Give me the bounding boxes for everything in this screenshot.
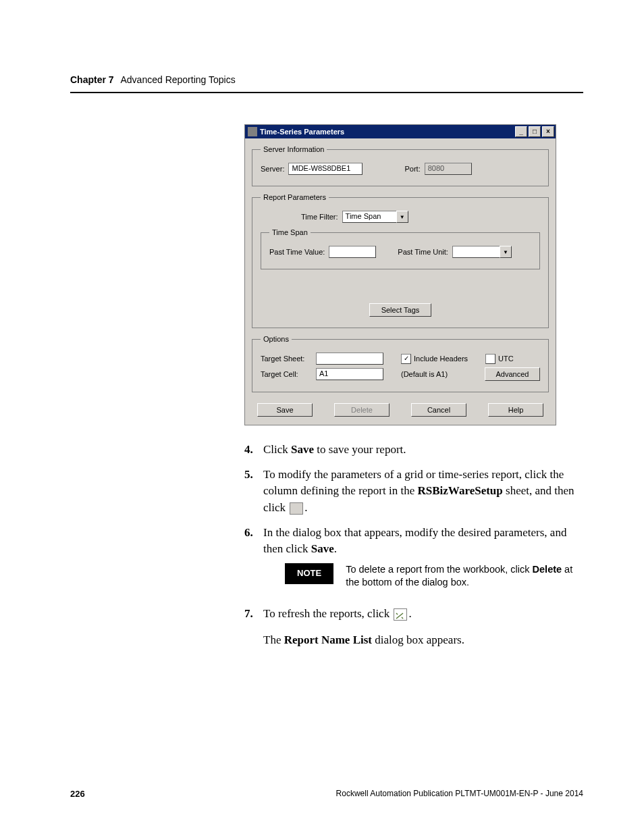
- cancel-button[interactable]: Cancel: [411, 403, 466, 417]
- utc-label: UTC: [498, 355, 514, 363]
- target-cell-input[interactable]: A1: [316, 368, 383, 380]
- time-span-group: Time Span Past Time Value: Past Time Uni…: [261, 228, 540, 269]
- include-headers-label: Include Headers: [414, 355, 468, 363]
- note-badge: NOTE: [285, 563, 333, 584]
- options-group: Options Target Sheet: ✓ Include Headers …: [252, 335, 549, 392]
- maximize-button[interactable]: □: [529, 126, 541, 137]
- past-time-unit-select[interactable]: ▼: [452, 246, 512, 258]
- select-tags-button[interactable]: Select Tags: [369, 303, 431, 317]
- page-header: Chapter 7 Advanced Reporting Topics: [70, 74, 583, 85]
- chapter-title: Advanced Reporting Topics: [120, 74, 235, 85]
- step-text: .: [334, 542, 337, 555]
- time-filter-label: Time Filter:: [301, 213, 338, 221]
- checkbox-icon: ✓: [401, 354, 411, 364]
- step-text: In the dialog box that appears, modify t…: [263, 526, 566, 556]
- time-filter-select[interactable]: Time Span ▼: [342, 211, 408, 223]
- step-7: 7. To refresh the reports, click . The R…: [244, 606, 583, 648]
- time-span-legend: Time Span: [269, 228, 311, 236]
- advanced-button[interactable]: Advanced: [485, 367, 540, 381]
- utc-checkbox[interactable]: UTC: [485, 354, 514, 364]
- target-sheet-label: Target Sheet:: [261, 355, 312, 363]
- note-text: To delete a report from the workbook, cl…: [346, 564, 532, 575]
- step-6: 6. In the dialog box that appears, modif…: [244, 525, 583, 598]
- step-text: to save your report.: [314, 443, 406, 456]
- publication-info: Rockwell Automation Publication PLTMT-UM…: [336, 789, 583, 799]
- help-button[interactable]: Help: [488, 403, 543, 417]
- server-information-group: Server Information Server: MDE-W8S8DBE1 …: [252, 145, 549, 186]
- port-label: Port:: [404, 165, 420, 173]
- step-bold: Save: [311, 542, 334, 555]
- note-block: NOTE To delete a report from the workboo…: [285, 563, 583, 590]
- server-label: Server:: [261, 165, 284, 173]
- dialog-title: Time-Series Parameters: [260, 128, 344, 136]
- step-text: The: [263, 633, 284, 646]
- step-number: 7.: [244, 606, 263, 648]
- step-number: 4.: [244, 442, 263, 459]
- step-number: 6.: [244, 525, 263, 598]
- server-information-legend: Server Information: [261, 145, 327, 153]
- refresh-icon: [394, 608, 407, 621]
- target-sheet-input[interactable]: [316, 353, 383, 365]
- port-input[interactable]: 8080: [425, 163, 472, 175]
- app-icon: [248, 127, 257, 136]
- page-number: 226: [70, 789, 85, 799]
- minimize-button[interactable]: _: [515, 126, 527, 137]
- step-bold: RSBizWareSetup: [418, 484, 503, 497]
- target-cell-label: Target Cell:: [261, 370, 312, 378]
- header-rule: [70, 92, 583, 93]
- past-time-unit-value: [452, 246, 500, 258]
- save-button[interactable]: Save: [257, 403, 313, 417]
- step-text: Click: [263, 443, 291, 456]
- time-filter-value: Time Span: [342, 211, 396, 223]
- step-bold: Save: [291, 443, 314, 456]
- past-time-unit-label: Past Time Unit:: [398, 248, 448, 256]
- server-input[interactable]: MDE-W8S8DBE1: [288, 163, 363, 175]
- page-footer: 226 Rockwell Automation Publication PLTM…: [70, 789, 583, 799]
- chapter-label: Chapter 7: [70, 74, 114, 85]
- past-time-value-input[interactable]: [329, 246, 376, 258]
- target-cell-default-hint: (Default is A1): [401, 370, 448, 378]
- delete-button[interactable]: Delete: [334, 403, 390, 417]
- step-bold: Report Name List: [284, 633, 372, 646]
- report-parameters-group: Report Parameters Time Filter: Time Span…: [252, 193, 549, 328]
- options-legend: Options: [261, 335, 292, 343]
- dialog-titlebar: Time-Series Parameters _ □ ×: [245, 125, 556, 138]
- step-text: .: [408, 607, 411, 620]
- step-number: 5.: [244, 467, 263, 517]
- time-series-parameters-dialog: Time-Series Parameters _ □ × Server Info…: [244, 124, 556, 425]
- chevron-down-icon[interactable]: ▼: [500, 246, 512, 258]
- report-parameters-legend: Report Parameters: [261, 193, 329, 201]
- step-text: dialog box appears.: [372, 633, 464, 646]
- step-4: 4. Click Save to save your report.: [244, 442, 583, 459]
- edit-report-icon: [290, 502, 303, 515]
- past-time-value-label: Past Time Value:: [269, 248, 325, 256]
- checkbox-icon: [485, 354, 495, 364]
- include-headers-checkbox[interactable]: ✓ Include Headers: [401, 354, 468, 364]
- step-text: .: [304, 501, 307, 514]
- dialog-button-row: Save Delete Cancel Help: [252, 399, 549, 418]
- note-bold: Delete: [533, 564, 562, 575]
- step-text: To refresh the reports, click: [263, 607, 392, 620]
- chevron-down-icon[interactable]: ▼: [396, 211, 408, 223]
- step-5: 5. To modify the parameters of a grid or…: [244, 467, 583, 517]
- close-button[interactable]: ×: [542, 126, 554, 137]
